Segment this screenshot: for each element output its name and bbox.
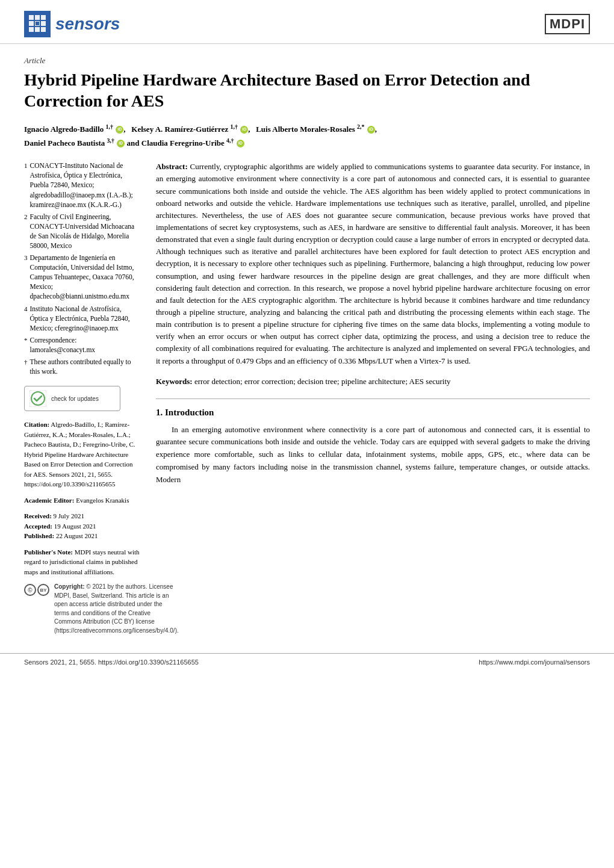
affil-item-3: 3 Departamento de Ingeniería en Computac… [24,253,141,301]
orcid-icon-5 [237,140,244,147]
affil-text-4: Instituto Nacional de Astrofísica, Óptic… [30,304,142,333]
affil-num-3: 3 [24,253,28,301]
affil-text-2: Faculty of Civil Engineering, CONACYT-Un… [30,212,142,250]
keywords-label: Keywords: [156,377,193,386]
footer-left-text: Sensors 2021, 21, 5655. https://doi.org/… [24,659,199,666]
affiliations: 1 CONACYT-Instituto Nacional de Astrofís… [24,161,141,376]
affil-text-1: CONACYT-Instituto Nacional de Astrofísic… [30,161,142,209]
header: sensors MDPI [0,0,614,44]
abstract-label: Abstract: [156,162,188,171]
publisher-note-section: Publisher's Note: MDPI stays neutral wit… [24,547,141,577]
journal-name: sensors [55,14,120,34]
citation-text: Algredo-Badillo, I.; Ramírez-Gutiérrez, … [24,421,135,488]
section-divider [156,398,590,399]
abstract-block: Abstract: Currently, cryptographic algor… [156,161,590,367]
check-for-updates-text: check for updates [51,395,99,403]
paper-title: Hybrid Pipeline Hardware Architecture Ba… [24,69,590,111]
publisher-note-label: Publisher's Note: [24,548,73,556]
dates-section: Received: 9 July 2021 Accepted: 19 Augus… [24,511,141,541]
main-content: Article Hybrid Pipeline Hardware Archite… [0,44,614,653]
cc-by-circle: BY [37,584,49,596]
article-type: Article [24,56,590,66]
keywords-block: Keywords: error detection; error correct… [156,377,590,386]
citation-label: Citation: [24,421,49,428]
affil-text-dagger: These authors contributed equally to thi… [30,357,142,376]
affil-item-2: 2 Faculty of Civil Engineering, CONACYT-… [24,212,141,250]
left-column: 1 CONACYT-Instituto Nacional de Astrofís… [24,161,141,635]
received-date: 9 July 2021 [54,512,84,519]
authors-line: Ignacio Algredo-Badillo 1,† , Kelsey A. … [24,122,590,150]
check-for-updates-badge[interactable]: check for updates [24,386,120,411]
page-footer: Sensors 2021, 21, 5655. https://doi.org/… [0,653,614,671]
accepted-label: Accepted: [24,522,52,530]
affil-item-1: 1 CONACYT-Instituto Nacional de Astrofís… [24,161,141,209]
accepted-date: 19 August 2021 [54,522,96,530]
academic-editor-label: Academic Editor: [24,497,74,504]
orcid-icon-2 [240,126,248,134]
intro-paragraph: In an emerging automotive environment wh… [156,424,590,486]
academic-editor-text: Evangelos Kranakis [76,497,129,504]
two-col-layout: 1 CONACYT-Instituto Nacional de Astrofís… [24,161,590,635]
affil-num-star: * [24,335,28,355]
affil-num-2: 2 [24,212,28,250]
cc-icon-circle: © [24,584,36,596]
published-label: Published: [24,532,54,539]
page: sensors MDPI Article Hybrid Pipeline Har… [0,0,614,868]
affil-num-dagger: † [24,357,28,376]
check-for-updates-section: check for updates [24,386,141,411]
affil-item-star: * Correspondence: lamorales@conacyt.mx [24,335,141,355]
academic-editor-section: Academic Editor: Evangelos Kranakis [24,495,141,506]
abstract-text: Currently, cryptographic algorithms are … [156,162,590,365]
affil-item-dagger: † These authors contributed equally to t… [24,357,141,376]
cc-license-icon: © BY [24,584,49,596]
affil-item-4: 4 Instituto Nacional de Astrofísica, Ópt… [24,304,141,333]
right-column: Abstract: Currently, cryptographic algor… [156,161,590,635]
received-label: Received: [24,512,52,519]
citation-section: Citation: Algredo-Badillo, I.; Ramírez-G… [24,420,141,489]
affil-num-1: 1 [24,161,28,209]
affil-text-star: Correspondence: lamorales@conacyt.mx [30,335,142,355]
svg-rect-0 [29,390,46,407]
intro-section-body: In an emerging automotive environment wh… [156,424,590,486]
journal-logo: sensors [24,11,120,37]
orcid-icon-1 [116,126,123,134]
footer-right-text: https://www.mdpi.com/journal/sensors [479,659,590,666]
orcid-icon-3 [367,126,375,134]
affil-num-4: 4 [24,304,28,333]
sensors-icon [24,11,51,37]
orcid-icon-4 [117,140,125,147]
intro-section-title: 1. Introduction [156,408,590,418]
cc-license-block: © BY Copyright: © 2021 by the authors. L… [24,583,141,635]
published-date: 22 August 2021 [56,532,98,539]
affil-text-3: Departamento de Ingeniería en Computació… [30,253,142,301]
copyright-label: Copyright: [54,583,85,590]
keywords-text: error detection; error correction; decis… [194,377,451,386]
crossmark-icon [29,390,46,407]
mdpi-logo: MDPI [545,14,590,34]
